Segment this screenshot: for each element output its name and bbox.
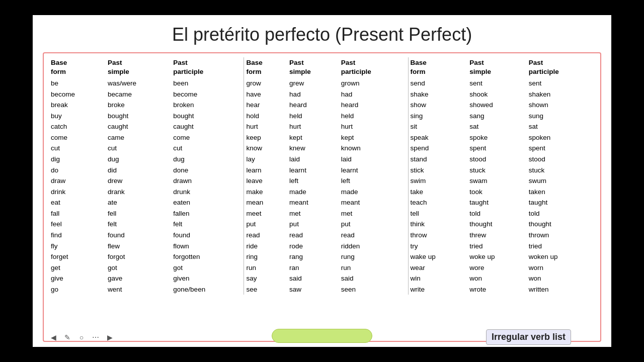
col1-cell-8-1: did: [106, 165, 171, 176]
forward-button[interactable]: ▶: [104, 332, 115, 343]
col1-cell-18-1: gave: [106, 273, 171, 284]
col1-cell-11-1: ate: [106, 197, 171, 208]
col2-cell-3-2: held: [339, 111, 408, 122]
col2-cell-7-2: laid: [339, 154, 408, 165]
col2-cell-14-2: read: [339, 230, 408, 241]
col1-cell-14-0: find: [49, 230, 106, 241]
col3-cell-4-1: sat: [467, 121, 526, 132]
col2-cell-2-1: heard: [287, 100, 339, 111]
col3-cell-18-0: win: [408, 273, 467, 284]
col2-cell-5-2: kept: [339, 132, 408, 143]
col1-cell-10-0: drink: [49, 187, 106, 198]
col2-cell-3-0: hold: [244, 111, 287, 122]
col3-cell-1-0: shake: [408, 89, 467, 100]
col3-cell-18-2: won: [527, 273, 595, 284]
col1-cell-19-1: went: [106, 284, 171, 295]
col3-cell-10-1: took: [467, 187, 526, 198]
col3-cell-17-2: worn: [527, 262, 595, 274]
col2-cell-16-2: rung: [339, 251, 408, 262]
col2-cell-14-0: read: [244, 230, 287, 241]
back-button[interactable]: ◀: [48, 332, 59, 343]
col2-cell-19-2: seen: [339, 284, 408, 295]
col2-cell-7-1: laid: [287, 154, 339, 165]
col3-cell-19-1: wrote: [467, 284, 526, 295]
col1-cell-10-2: drunk: [171, 187, 244, 198]
col3-cell-15-2: tried: [527, 241, 595, 252]
col1-cell-15-0: fly: [49, 241, 106, 252]
table-row: becomebecamebecomehavehadhadshakeshooksh…: [49, 89, 595, 100]
col3-cell-7-2: stood: [527, 154, 595, 165]
col1-cell-6-2: cut: [171, 143, 244, 154]
col3-cell-8-2: stuck: [527, 165, 595, 176]
col3-h2: Pastsimple: [467, 57, 526, 78]
col3-cell-5-0: speak: [408, 132, 467, 143]
col3-cell-10-0: take: [408, 187, 467, 198]
slide-title: El pretérito perfecto (Present Perfect): [172, 24, 472, 45]
dots-button[interactable]: ⋯: [90, 332, 101, 343]
col2-cell-16-1: rang: [287, 251, 339, 262]
col1-cell-4-1: caught: [106, 121, 171, 132]
table-row: forgetforgotforgottenringrangrungwake up…: [49, 251, 595, 262]
col1-cell-18-2: given: [171, 273, 244, 284]
badge-label: Irregular verb list: [486, 329, 571, 345]
table-row: breakbrokebrokenhearheardheardshowshowed…: [49, 100, 595, 111]
col3-cell-3-2: sung: [527, 111, 595, 122]
col1-cell-8-0: do: [49, 165, 106, 176]
col3-cell-11-0: teach: [408, 197, 467, 208]
col1-cell-12-0: fall: [49, 208, 106, 219]
col1-cell-18-0: give: [49, 273, 106, 284]
col1-cell-11-0: eat: [49, 197, 106, 208]
col2-cell-13-0: put: [244, 219, 287, 230]
col1-h1: Baseform: [49, 57, 106, 78]
col1-cell-16-1: forgot: [106, 251, 171, 262]
col2-cell-1-2: had: [339, 89, 408, 100]
table-row: gowentgone/beenseesawseenwritewrotewritt…: [49, 284, 595, 295]
col1-cell-9-0: draw: [49, 175, 106, 187]
col2-cell-18-0: say: [244, 273, 287, 284]
col2-cell-0-1: grew: [287, 78, 339, 89]
col1-cell-14-1: found: [106, 230, 171, 241]
col1-cell-12-2: fallen: [171, 208, 244, 219]
col3-cell-9-1: swam: [467, 175, 526, 187]
edit-button[interactable]: ✎: [62, 332, 73, 343]
col1-cell-12-1: fell: [106, 208, 171, 219]
col2-cell-13-1: put: [287, 219, 339, 230]
col2-cell-15-1: rode: [287, 241, 339, 252]
col3-cell-0-2: sent: [527, 78, 595, 89]
col2-cell-11-1: meant: [287, 197, 339, 208]
circle-button[interactable]: ○: [76, 332, 87, 343]
col2-cell-19-1: saw: [287, 284, 339, 295]
col1-h3: Pastparticiple: [171, 57, 244, 78]
table-row: feelfeltfeltputputputthinkthoughtthought: [49, 219, 595, 230]
col3-cell-1-1: shook: [467, 89, 526, 100]
col1-cell-13-2: felt: [171, 219, 244, 230]
col3-cell-5-2: spoken: [527, 132, 595, 143]
col1-cell-16-2: forgotten: [171, 251, 244, 262]
col2-cell-12-0: meet: [244, 208, 287, 219]
col1-cell-3-2: bought: [171, 111, 244, 122]
col3-cell-15-0: try: [408, 241, 467, 252]
col2-cell-17-1: ran: [287, 262, 339, 274]
col3-cell-8-1: stuck: [467, 165, 526, 176]
col3-cell-13-0: think: [408, 219, 467, 230]
col1-cell-16-0: forget: [49, 251, 106, 262]
col3-cell-18-1: won: [467, 273, 526, 284]
col2-cell-3-1: held: [287, 111, 339, 122]
col2-cell-7-0: lay: [244, 154, 287, 165]
col2-cell-1-1: had: [287, 89, 339, 100]
verb-table: Baseform Pastsimple Pastparticiple Basef…: [49, 57, 595, 295]
col1-cell-13-1: felt: [106, 219, 171, 230]
col2-cell-15-2: ridden: [339, 241, 408, 252]
col2-cell-0-2: grown: [339, 78, 408, 89]
col3-cell-17-0: wear: [408, 262, 467, 274]
col1-cell-7-1: dug: [106, 154, 171, 165]
col3-cell-2-2: shown: [527, 100, 595, 111]
col2-cell-4-2: hurt: [339, 121, 408, 132]
col2-cell-17-2: run: [339, 262, 408, 274]
col2-cell-9-0: leave: [244, 175, 287, 187]
col2-cell-1-0: have: [244, 89, 287, 100]
table-row: digdugduglaylaidlaidstandstoodstood: [49, 154, 595, 165]
col1-cell-0-0: be: [49, 78, 106, 89]
col2-cell-14-1: read: [287, 230, 339, 241]
green-button[interactable]: [272, 329, 372, 343]
